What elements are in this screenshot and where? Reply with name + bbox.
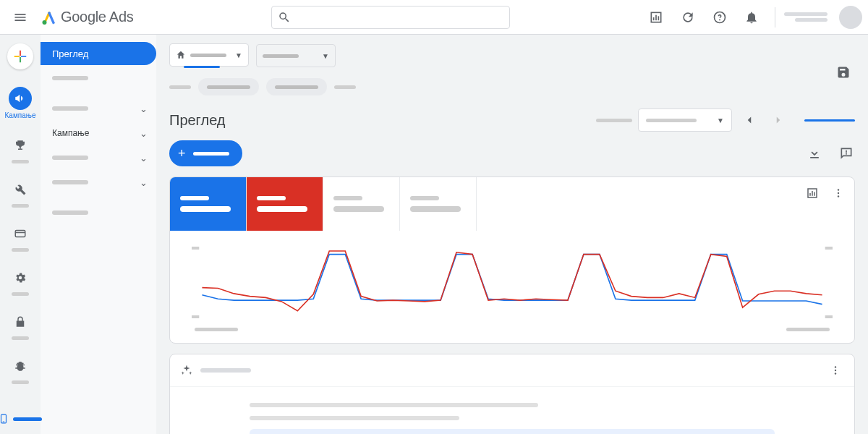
caret-down-icon: ▼ (717, 116, 724, 124)
breadcrumb-chips (169, 78, 855, 95)
notifications-button[interactable] (737, 3, 766, 32)
expand-chart-button[interactable] (804, 184, 821, 202)
date-label-placeholder (596, 119, 632, 122)
gear-icon (14, 271, 27, 284)
card-menu-button[interactable] (830, 184, 847, 202)
rail-label-placeholder (12, 160, 29, 163)
svg-point-0 (43, 20, 47, 25)
hamburger-menu-button[interactable] (6, 3, 35, 32)
active-underline (184, 66, 220, 68)
svg-rect-8 (21, 56, 26, 57)
caret-down-icon: ▼ (235, 51, 242, 59)
nav-campaigns[interactable]: Кампање⌄ (41, 122, 156, 145)
svg-rect-7 (14, 56, 20, 57)
caret-down-icon: ▼ (322, 52, 329, 60)
account-switcher[interactable] (784, 12, 827, 22)
rail-campaigns[interactable]: Кампање (3, 81, 38, 125)
svg-point-26 (835, 366, 836, 367)
metric-tabs (170, 177, 854, 231)
campaign-scope-select[interactable]: ▼ (256, 44, 336, 67)
refresh-button[interactable] (673, 3, 702, 32)
bar-chart-icon (649, 10, 663, 25)
date-next-button[interactable] (767, 109, 790, 132)
nav-overview[interactable]: Преглед (41, 42, 156, 65)
search-container (145, 6, 636, 29)
rec-text-placeholder (250, 403, 538, 407)
rail-tools[interactable] (3, 172, 38, 213)
lock-icon (14, 315, 27, 328)
svg-point-20 (838, 192, 839, 194)
scope-label-placeholder (263, 54, 299, 58)
metric-tab-4[interactable] (400, 177, 477, 231)
rail-billing[interactable] (3, 216, 38, 258)
product-name: Google Ads (61, 9, 133, 25)
svg-rect-18 (814, 192, 815, 196)
date-range-picker[interactable]: ▼ (638, 109, 732, 132)
svg-rect-5 (20, 51, 21, 56)
account-name-placeholder (784, 12, 827, 16)
metric-tab-1[interactable] (170, 177, 247, 231)
nav-label-placeholder (52, 76, 88, 80)
phone-icon (0, 412, 9, 425)
rec-action-placeholder[interactable] (250, 429, 775, 434)
chevron-down-icon: ⌄ (140, 177, 148, 188)
svg-rect-10 (15, 232, 25, 234)
rail-footer[interactable] (0, 412, 41, 425)
nav-item[interactable]: ⌄ (41, 171, 156, 194)
date-prev-button[interactable] (738, 109, 761, 132)
create-fab[interactable] (7, 43, 33, 69)
download-icon (807, 146, 822, 161)
nav-item[interactable]: ⌄ (41, 97, 156, 120)
chip-label-placeholder (207, 85, 250, 89)
new-campaign-button[interactable]: + (169, 140, 242, 166)
card-menu-button[interactable] (827, 362, 844, 379)
rail-footer-label-placeholder (13, 417, 42, 421)
home-icon (176, 50, 186, 60)
svg-rect-4 (658, 16, 660, 20)
metric-tab-2[interactable] (247, 177, 323, 231)
product-logo[interactable]: Google Ads (41, 9, 133, 26)
rail-bugs[interactable] (3, 349, 38, 390)
nav-item[interactable]: ⌄ (41, 146, 156, 169)
rail-admin[interactable] (3, 260, 38, 302)
bell-icon (744, 10, 759, 25)
scope-label-placeholder (190, 54, 226, 57)
metric-name-placeholder (257, 196, 286, 200)
feedback-button[interactable] (838, 145, 855, 162)
action-bar: + (169, 140, 855, 166)
rail-label-placeholder (12, 380, 29, 384)
rail-security[interactable] (3, 305, 38, 346)
line-chart-svg (192, 241, 833, 328)
svg-rect-2 (653, 17, 655, 20)
rail-goals[interactable] (3, 128, 38, 169)
date-value-placeholder (646, 119, 697, 122)
page-title: Преглед (169, 112, 226, 129)
filter-chip[interactable] (198, 78, 259, 95)
reports-button[interactable] (642, 3, 671, 32)
save-view-button[interactable] (832, 61, 855, 84)
nav-label-placeholder (52, 106, 88, 111)
recommendations-card (169, 354, 855, 434)
download-button[interactable] (806, 145, 823, 162)
rec-text-placeholder (250, 416, 459, 420)
chevron-down-icon: ⌄ (140, 128, 148, 139)
rail-label-placeholder (12, 204, 29, 208)
help-button[interactable] (705, 3, 734, 32)
nav-label-placeholder (52, 156, 88, 160)
svg-rect-6 (20, 57, 21, 62)
metric-tab-3[interactable] (323, 177, 400, 231)
chevron-down-icon: ⌄ (140, 103, 148, 114)
user-avatar[interactable] (839, 6, 862, 29)
account-scope-select[interactable]: ▼ (169, 43, 249, 68)
svg-point-28 (835, 373, 836, 374)
search-icon (278, 11, 291, 24)
filter-chip[interactable] (266, 78, 327, 95)
svg-rect-12 (3, 422, 4, 422)
svg-rect-3 (655, 14, 657, 20)
svg-rect-9 (15, 231, 25, 237)
feedback-icon (839, 146, 854, 161)
bug-icon (14, 359, 27, 373)
nav-item[interactable] (41, 67, 156, 90)
nav-item[interactable] (41, 201, 156, 224)
search-input[interactable] (271, 6, 510, 29)
